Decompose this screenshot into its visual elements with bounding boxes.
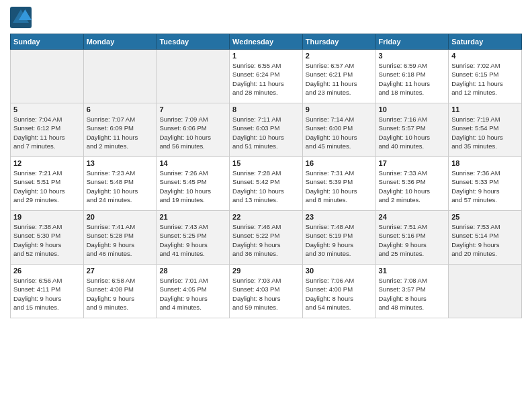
day-info: Sunrise: 7:21 AM Sunset: 5:51 PM Dayligh…: [13, 169, 81, 204]
day-cell: [157, 50, 230, 103]
day-number: 3: [379, 52, 446, 60]
day-info: Sunrise: 7:09 AM Sunset: 6:06 PM Dayligh…: [159, 115, 226, 150]
day-cell: 26Sunrise: 6:56 AM Sunset: 4:11 PM Dayli…: [11, 265, 84, 318]
day-cell: 14Sunrise: 7:26 AM Sunset: 5:45 PM Dayli…: [157, 157, 230, 211]
weekday-header-tuesday: Tuesday: [157, 34, 230, 50]
day-cell: 10Sunrise: 7:16 AM Sunset: 5:57 PM Dayli…: [375, 103, 449, 157]
day-info: Sunrise: 6:56 AM Sunset: 4:11 PM Dayligh…: [13, 276, 81, 312]
day-number: 1: [232, 52, 300, 60]
day-cell: 20Sunrise: 7:41 AM Sunset: 5:28 PM Dayli…: [83, 211, 157, 265]
day-cell: 4Sunrise: 7:02 AM Sunset: 6:15 PM Daylig…: [449, 50, 522, 103]
week-row-2: 5Sunrise: 7:04 AM Sunset: 6:12 PM Daylig…: [11, 103, 522, 157]
day-number: 6: [87, 105, 154, 113]
day-info: Sunrise: 7:19 AM Sunset: 5:54 PM Dayligh…: [451, 115, 519, 150]
day-info: Sunrise: 6:55 AM Sunset: 6:24 PM Dayligh…: [232, 61, 300, 97]
day-info: Sunrise: 7:04 AM Sunset: 6:12 PM Dayligh…: [13, 115, 81, 150]
day-cell: 22Sunrise: 7:46 AM Sunset: 5:22 PM Dayli…: [230, 211, 303, 265]
page: SundayMondayTuesdayWednesdayThursdayFrid…: [0, 0, 532, 411]
day-number: 19: [13, 213, 81, 221]
day-cell: 8Sunrise: 7:11 AM Sunset: 6:03 PM Daylig…: [230, 103, 303, 157]
weekday-header-thursday: Thursday: [302, 34, 375, 50]
day-number: 26: [13, 267, 81, 275]
day-number: 10: [379, 105, 446, 113]
day-cell: 23Sunrise: 7:48 AM Sunset: 5:19 PM Dayli…: [302, 211, 375, 265]
day-info: Sunrise: 7:11 AM Sunset: 6:03 PM Dayligh…: [232, 115, 300, 150]
day-info: Sunrise: 7:43 AM Sunset: 5:25 PM Dayligh…: [159, 222, 226, 258]
week-row-5: 26Sunrise: 6:56 AM Sunset: 4:11 PM Dayli…: [11, 265, 522, 318]
day-number: 16: [306, 159, 373, 167]
day-info: Sunrise: 7:01 AM Sunset: 4:05 PM Dayligh…: [159, 276, 226, 312]
day-cell: 30Sunrise: 7:06 AM Sunset: 4:00 PM Dayli…: [302, 265, 375, 318]
calendar-table: SundayMondayTuesdayWednesdayThursdayFrid…: [10, 34, 522, 318]
day-info: Sunrise: 6:58 AM Sunset: 4:08 PM Dayligh…: [87, 276, 154, 312]
weekday-header-wednesday: Wednesday: [230, 34, 303, 50]
weekday-header-sunday: Sunday: [11, 34, 84, 50]
day-info: Sunrise: 7:07 AM Sunset: 6:09 PM Dayligh…: [87, 115, 154, 150]
day-cell: [83, 50, 157, 103]
week-row-3: 12Sunrise: 7:21 AM Sunset: 5:51 PM Dayli…: [11, 157, 522, 211]
day-number: 25: [451, 213, 519, 221]
weekday-header-monday: Monday: [83, 34, 157, 50]
day-cell: 18Sunrise: 7:36 AM Sunset: 5:33 PM Dayli…: [449, 157, 522, 211]
day-info: Sunrise: 6:59 AM Sunset: 6:18 PM Dayligh…: [379, 61, 446, 97]
day-cell: 19Sunrise: 7:38 AM Sunset: 5:30 PM Dayli…: [11, 211, 84, 265]
day-info: Sunrise: 7:02 AM Sunset: 6:15 PM Dayligh…: [451, 61, 519, 97]
day-cell: 24Sunrise: 7:51 AM Sunset: 5:16 PM Dayli…: [375, 211, 449, 265]
day-info: Sunrise: 7:46 AM Sunset: 5:22 PM Dayligh…: [232, 222, 300, 258]
week-row-1: 1Sunrise: 6:55 AM Sunset: 6:24 PM Daylig…: [11, 50, 522, 103]
day-number: 15: [232, 159, 300, 167]
day-info: Sunrise: 7:14 AM Sunset: 6:00 PM Dayligh…: [306, 115, 373, 150]
day-number: 29: [232, 267, 300, 275]
day-cell: 6Sunrise: 7:07 AM Sunset: 6:09 PM Daylig…: [83, 103, 157, 157]
day-cell: 15Sunrise: 7:28 AM Sunset: 5:42 PM Dayli…: [230, 157, 303, 211]
day-number: 2: [306, 52, 373, 60]
day-number: 31: [379, 267, 446, 275]
day-cell: 21Sunrise: 7:43 AM Sunset: 5:25 PM Dayli…: [157, 211, 230, 265]
day-info: Sunrise: 7:26 AM Sunset: 5:45 PM Dayligh…: [159, 169, 226, 204]
day-number: 14: [159, 159, 226, 167]
day-info: Sunrise: 7:31 AM Sunset: 5:39 PM Dayligh…: [306, 169, 373, 204]
weekday-header-friday: Friday: [375, 34, 449, 50]
day-number: 20: [87, 213, 154, 221]
day-cell: 11Sunrise: 7:19 AM Sunset: 5:54 PM Dayli…: [449, 103, 522, 157]
day-info: Sunrise: 7:36 AM Sunset: 5:33 PM Dayligh…: [451, 169, 519, 204]
day-cell: [449, 265, 522, 318]
day-cell: 9Sunrise: 7:14 AM Sunset: 6:00 PM Daylig…: [302, 103, 375, 157]
logo-icon: [10, 7, 32, 28]
day-info: Sunrise: 7:51 AM Sunset: 5:16 PM Dayligh…: [379, 222, 446, 258]
day-info: Sunrise: 7:53 AM Sunset: 5:14 PM Dayligh…: [451, 222, 519, 258]
weekday-header-saturday: Saturday: [449, 34, 522, 50]
day-cell: [11, 50, 84, 103]
day-info: Sunrise: 7:48 AM Sunset: 5:19 PM Dayligh…: [306, 222, 373, 258]
header: [10, 7, 522, 28]
day-cell: 5Sunrise: 7:04 AM Sunset: 6:12 PM Daylig…: [11, 103, 84, 157]
day-info: Sunrise: 7:03 AM Sunset: 4:03 PM Dayligh…: [232, 276, 300, 312]
day-info: Sunrise: 7:28 AM Sunset: 5:42 PM Dayligh…: [232, 169, 300, 204]
day-cell: 25Sunrise: 7:53 AM Sunset: 5:14 PM Dayli…: [449, 211, 522, 265]
logo: [10, 7, 34, 28]
weekday-header-row: SundayMondayTuesdayWednesdayThursdayFrid…: [11, 34, 522, 50]
day-info: Sunrise: 7:33 AM Sunset: 5:36 PM Dayligh…: [379, 169, 446, 204]
day-cell: 2Sunrise: 6:57 AM Sunset: 6:21 PM Daylig…: [302, 50, 375, 103]
day-number: 23: [306, 213, 373, 221]
day-number: 8: [232, 105, 300, 113]
day-cell: 27Sunrise: 6:58 AM Sunset: 4:08 PM Dayli…: [83, 265, 157, 318]
day-number: 27: [87, 267, 154, 275]
day-cell: 29Sunrise: 7:03 AM Sunset: 4:03 PM Dayli…: [230, 265, 303, 318]
day-cell: 28Sunrise: 7:01 AM Sunset: 4:05 PM Dayli…: [157, 265, 230, 318]
day-info: Sunrise: 7:41 AM Sunset: 5:28 PM Dayligh…: [87, 222, 154, 258]
day-info: Sunrise: 7:08 AM Sunset: 3:57 PM Dayligh…: [379, 276, 446, 312]
day-info: Sunrise: 7:16 AM Sunset: 5:57 PM Dayligh…: [379, 115, 446, 150]
day-cell: 16Sunrise: 7:31 AM Sunset: 5:39 PM Dayli…: [302, 157, 375, 211]
week-row-4: 19Sunrise: 7:38 AM Sunset: 5:30 PM Dayli…: [11, 211, 522, 265]
day-number: 17: [379, 159, 446, 167]
day-number: 18: [451, 159, 519, 167]
day-cell: 1Sunrise: 6:55 AM Sunset: 6:24 PM Daylig…: [230, 50, 303, 103]
day-info: Sunrise: 7:06 AM Sunset: 4:00 PM Dayligh…: [306, 276, 373, 312]
day-number: 4: [451, 52, 519, 60]
day-number: 24: [379, 213, 446, 221]
day-info: Sunrise: 6:57 AM Sunset: 6:21 PM Dayligh…: [306, 61, 373, 97]
day-number: 30: [306, 267, 373, 275]
day-number: 11: [451, 105, 519, 113]
day-cell: 7Sunrise: 7:09 AM Sunset: 6:06 PM Daylig…: [157, 103, 230, 157]
